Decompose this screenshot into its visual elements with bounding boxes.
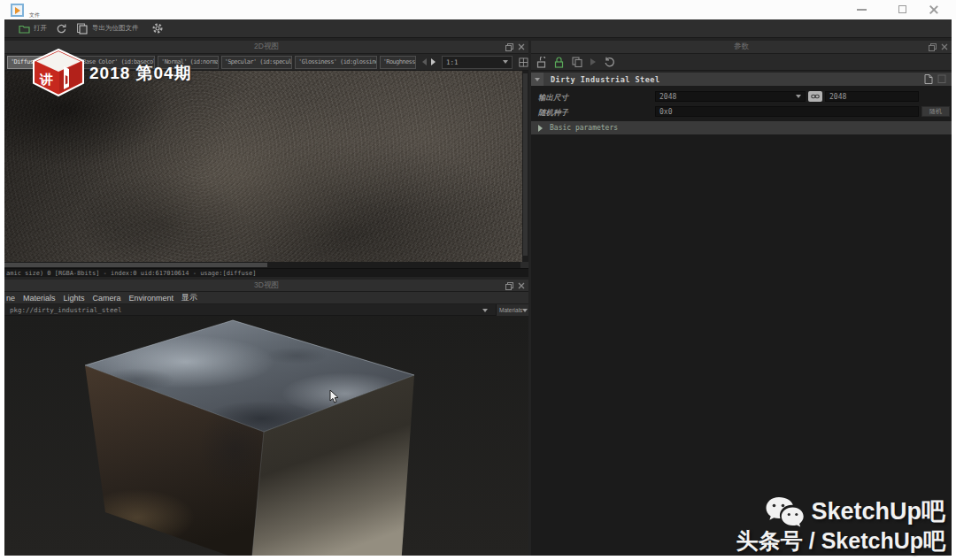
material-name: Dirty Industrial Steel xyxy=(551,75,660,84)
jiangba-logo: 讲 xyxy=(32,49,85,100)
minimize-icon xyxy=(857,9,867,11)
package-value: pkg://dirty_industrial_steel xyxy=(10,306,121,314)
chevron-down-icon xyxy=(482,309,488,312)
output-size-height: 2048 xyxy=(829,93,846,101)
menu-item-scene[interactable]: ne xyxy=(6,294,15,303)
random-seed-field[interactable]: 0x0 xyxy=(655,106,919,117)
chevron-down-icon xyxy=(503,60,508,64)
chevron-down-icon xyxy=(796,95,801,98)
output-size-select[interactable]: 2048 xyxy=(655,91,806,102)
materials-label: Materials xyxy=(499,307,522,313)
mouse-cursor xyxy=(329,390,340,408)
view2d-status-bar: amic size) 0 [RGBA-8bits] - index:0 uid:… xyxy=(4,268,528,277)
maximize-button[interactable] xyxy=(889,0,915,19)
view3d-title: 3D视图 xyxy=(254,280,279,291)
close-panel-icon[interactable] xyxy=(517,42,526,51)
link-size-toggle[interactable] xyxy=(808,91,822,102)
params-titlebar: 参数 xyxy=(531,41,952,54)
output-size-height-field[interactable]: 2048 xyxy=(825,91,919,102)
menu-item-camera[interactable]: Camera xyxy=(93,294,121,303)
view2d-title: 2D视图 xyxy=(254,42,279,52)
params-body xyxy=(531,86,952,556)
branding-line2: 头条号 / SketchUp吧 xyxy=(736,529,945,554)
menu-item-file[interactable]: 文件 xyxy=(29,12,40,19)
vertical-scrollbar-thumb[interactable] xyxy=(523,73,528,256)
material-header: Dirty Industrial Steel xyxy=(531,73,952,86)
float-panel-icon[interactable] xyxy=(505,42,513,51)
menu-item-display[interactable]: 显示 xyxy=(181,292,197,303)
chevron-down-icon xyxy=(522,309,528,312)
close-icon xyxy=(929,4,939,15)
export-label: 导出为位图文件 xyxy=(92,24,139,33)
materials-dropdown[interactable]: Materials xyxy=(496,304,528,316)
maximize-icon xyxy=(898,5,906,13)
play-icon xyxy=(15,7,20,14)
random-seed-label: 随机种子 xyxy=(538,108,568,119)
preset-icon[interactable] xyxy=(937,74,946,84)
chevron-right-icon xyxy=(538,125,543,132)
export-bitmaps-button[interactable]: 导出为位图文件 xyxy=(76,23,139,35)
minimize-button[interactable] xyxy=(848,0,875,19)
main-toolbar: 打开 导出为位图文件 xyxy=(4,19,952,38)
export-files-icon xyxy=(76,23,89,35)
float-panel-icon[interactable] xyxy=(928,42,937,51)
open-label: 打开 xyxy=(34,24,47,33)
collapse-material-button[interactable] xyxy=(531,73,544,86)
reset-icon[interactable] xyxy=(604,57,615,68)
package-select[interactable]: pkg://dirty_industrial_steel xyxy=(4,304,493,316)
open-button[interactable]: 打开 xyxy=(19,24,47,34)
app-icon xyxy=(11,4,24,17)
output-button-specular[interactable]: 'Specular' (id:specular) xyxy=(221,56,293,69)
randomize-button[interactable]: 随机 xyxy=(921,106,950,117)
settings-button[interactable] xyxy=(151,22,164,35)
link-icon xyxy=(811,93,820,100)
render-3d-viewport[interactable] xyxy=(4,316,528,556)
view3d-titlebar: 3D视图 xyxy=(4,280,528,292)
view3d-selector-row: pkg://dirty_industrial_steel Materials xyxy=(4,304,528,316)
branding-line1: SketchUp吧 xyxy=(811,499,945,525)
view3d-menubar: ne Materials Lights Camera Environment 显… xyxy=(4,292,528,304)
filter-display-icon[interactable] xyxy=(519,57,528,68)
float-panel-icon[interactable] xyxy=(505,281,513,290)
params-toolbar xyxy=(531,54,952,71)
zoom-level-value: 1:1 xyxy=(446,58,459,66)
folder-open-icon xyxy=(19,24,30,34)
wechat-icon xyxy=(765,495,806,529)
output-size-label: 输出尺寸 xyxy=(538,93,568,104)
unlock-icon[interactable] xyxy=(536,57,546,68)
document-icon[interactable] xyxy=(924,74,933,84)
output-button-roughness[interactable]: 'Roughness' xyxy=(380,56,416,69)
close-button[interactable] xyxy=(921,0,947,19)
lock-icon[interactable] xyxy=(554,57,564,68)
branding-watermark: SketchUp吧 头条号 / SketchUp吧 xyxy=(736,495,945,554)
refresh-icon xyxy=(56,23,67,34)
close-panel-icon[interactable] xyxy=(517,281,526,290)
menu-item-lights[interactable]: Lights xyxy=(64,294,85,303)
output-size-width: 2048 xyxy=(659,93,676,101)
play-disabled-icon xyxy=(590,58,596,65)
gear-icon xyxy=(151,22,164,35)
random-seed-value: 0x0 xyxy=(659,108,672,116)
copy-preset-icon[interactable] xyxy=(572,57,582,67)
menu-item-environment[interactable]: Environment xyxy=(129,294,174,303)
close-panel-icon[interactable] xyxy=(940,42,949,51)
logo-char: 讲 xyxy=(39,72,53,87)
menu-item-materials[interactable]: Materials xyxy=(23,294,56,303)
issue-watermark: 2018 第04期 xyxy=(89,62,192,85)
prev-output-icon[interactable] xyxy=(422,58,427,65)
scrollbar-corner xyxy=(520,262,528,268)
zoom-level-select[interactable]: 1:1 xyxy=(442,56,513,69)
menu-bar: 文件 xyxy=(29,12,40,19)
horizontal-scrollbar-thumb[interactable] xyxy=(4,263,267,267)
basic-parameters-section[interactable]: Basic parameters xyxy=(531,121,952,134)
window-titlebar: 文件 xyxy=(0,0,956,19)
refresh-button[interactable] xyxy=(56,23,67,34)
next-output-icon[interactable] xyxy=(431,58,436,65)
chevron-down-icon xyxy=(535,78,540,81)
section-label: Basic parameters xyxy=(550,124,618,132)
output-button-glossiness[interactable]: 'Glossiness' (id:glossiness) xyxy=(295,56,377,69)
steel-cube-render xyxy=(4,316,528,556)
screenshot-root: 文件 打开 导出为位图文件 xyxy=(0,0,956,560)
params-title: 参数 xyxy=(734,42,749,52)
